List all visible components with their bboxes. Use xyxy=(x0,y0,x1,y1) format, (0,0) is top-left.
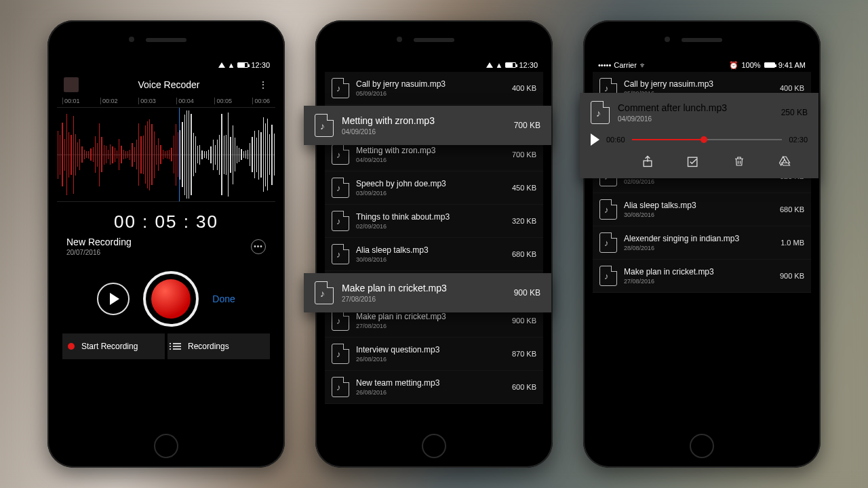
file-date: 26/08/2016 xyxy=(356,356,505,363)
player-file-size: 250 KB xyxy=(781,108,808,117)
file-size: 900 KB xyxy=(512,317,536,325)
file-row[interactable]: New team metting.mp326/08/2016600 KB xyxy=(325,371,543,404)
file-row[interactable]: Speech by john doe.mp303/09/2016450 KB xyxy=(325,171,543,205)
file-name: Make plan in cricket.mp3 xyxy=(356,312,505,321)
record-dot-icon xyxy=(68,343,75,350)
app-title: Voice Recoder xyxy=(138,79,199,90)
file-size: 700 KB xyxy=(514,121,540,130)
battery-icon xyxy=(237,62,248,68)
file-date: 03/09/2016 xyxy=(356,190,505,197)
play-icon xyxy=(110,293,119,305)
recording-date: 20/07/2016 xyxy=(66,249,132,256)
recording-name: New Recording xyxy=(66,237,132,247)
carrier-label: Carrier xyxy=(614,61,637,69)
file-date: 27/08/2016 xyxy=(342,296,506,303)
recordings-button[interactable]: Recordings xyxy=(167,333,270,359)
file-date: 30/08/2016 xyxy=(624,211,773,218)
music-file-icon xyxy=(591,101,610,124)
player-duration: 02:30 xyxy=(789,136,808,144)
battery-pct: 100% xyxy=(742,61,761,69)
file-name: Things to think about.mp3 xyxy=(356,212,505,222)
file-name: Alia sleep talks.mp3 xyxy=(624,201,773,210)
file-date: 02/09/2016 xyxy=(356,223,505,230)
file-size: 900 KB xyxy=(780,272,804,280)
file-size: 600 KB xyxy=(512,383,536,391)
file-name: Call by jerry nasuim.mp3 xyxy=(624,79,773,89)
record-icon xyxy=(151,279,191,319)
share-icon[interactable] xyxy=(640,154,655,169)
music-file-icon xyxy=(332,211,349,231)
battery-icon xyxy=(505,62,516,68)
file-date: 04/09/2016 xyxy=(342,128,506,136)
file-name: Alia sleep talks.mp3 xyxy=(356,245,505,255)
file-date: 05/09/2016 xyxy=(356,90,505,97)
clock: 12:30 xyxy=(251,61,270,69)
player-position: 00:60 xyxy=(606,136,625,144)
file-row[interactable]: Things to think about.mp302/09/2016320 K… xyxy=(325,205,543,238)
file-row[interactable]: Call by jerry nasuim.mp305/09/2016400 KB xyxy=(325,72,543,105)
music-file-icon xyxy=(332,244,349,264)
list-icon xyxy=(173,343,181,350)
music-file-icon xyxy=(599,199,617,220)
wifi-icon: ▲ xyxy=(496,61,503,69)
seek-bar[interactable] xyxy=(632,139,783,140)
drive-icon[interactable] xyxy=(777,154,792,169)
carrier-dots-icon: ••••• xyxy=(598,61,611,69)
alarm-icon: ⏰ xyxy=(729,61,738,70)
file-date: 02/09/2016 xyxy=(624,178,773,185)
playhead[interactable] xyxy=(179,108,180,202)
file-name: Call by jerry nasuim.mp3 xyxy=(356,79,505,89)
record-button[interactable] xyxy=(143,271,199,327)
file-name: Alexender singing in indian.mp3 xyxy=(624,234,774,243)
file-size: 450 KB xyxy=(512,184,536,192)
clock: 9:41 AM xyxy=(778,61,806,69)
clock: 12:30 xyxy=(519,61,538,69)
file-size: 400 KB xyxy=(780,84,804,92)
file-size: 680 KB xyxy=(512,250,536,258)
file-row[interactable]: Alia sleep talks.mp330/08/2016680 KB xyxy=(593,193,811,226)
trash-icon[interactable] xyxy=(732,154,747,169)
file-name: New team metting.mp3 xyxy=(356,378,505,388)
seek-knob[interactable] xyxy=(701,136,707,143)
file-name: Interview question.mp3 xyxy=(356,345,505,354)
music-file-icon xyxy=(332,78,349,98)
music-file-icon xyxy=(599,232,617,253)
file-size: 900 KB xyxy=(514,288,540,298)
player-file-date: 04/09/2016 xyxy=(618,115,773,123)
player-file-name: Comment after lunch.mp3 xyxy=(618,102,773,113)
file-size: 320 KB xyxy=(512,217,536,225)
waveform[interactable] xyxy=(57,107,275,202)
file-row[interactable]: Alexender singing in indian.mp328/08/201… xyxy=(593,226,811,260)
music-file-icon xyxy=(332,344,349,364)
more-options-icon[interactable]: ••• xyxy=(251,239,266,254)
file-row[interactable]: Interview question.mp326/08/2016870 KB xyxy=(325,338,543,371)
time-ruler: 00:0100:0200:0300:0400:0500:06 xyxy=(57,96,275,104)
file-row-highlight[interactable]: Metting with zron.mp3 04/09/2016 700 KB xyxy=(304,106,551,145)
wifi-icon: ▲ xyxy=(228,61,235,69)
file-date: 04/09/2016 xyxy=(356,157,505,163)
start-recording-button[interactable]: Start Recording xyxy=(62,333,165,359)
file-name: Metting with zron.mp3 xyxy=(356,146,505,155)
wifi-icon: ᯤ xyxy=(639,61,647,69)
play-icon[interactable] xyxy=(591,134,599,146)
play-button[interactable] xyxy=(97,283,130,315)
status-bar: ▲ 12:30 xyxy=(325,58,543,72)
start-recording-label: Start Recording xyxy=(81,342,138,351)
timer-display: 00 : 05 : 30 xyxy=(57,211,275,232)
check-icon[interactable] xyxy=(686,154,701,169)
file-date: 28/08/2016 xyxy=(624,245,774,251)
music-file-icon xyxy=(315,114,334,137)
app-thumbnail[interactable] xyxy=(64,77,79,92)
music-file-icon xyxy=(332,377,349,397)
file-size: 700 KB xyxy=(512,150,536,159)
recordings-label: Recordings xyxy=(188,342,229,351)
file-size: 400 KB xyxy=(512,84,536,92)
file-row[interactable]: Alia sleep talks.mp330/08/2016680 KB xyxy=(325,238,543,271)
done-button[interactable]: Done xyxy=(212,293,235,304)
file-date: 30/08/2016 xyxy=(356,256,505,263)
file-row[interactable]: Make plan in cricket.mp327/08/2016900 KB xyxy=(593,260,811,293)
file-row-highlight[interactable]: Make plan in cricket.mp3 27/08/2016 900 … xyxy=(304,273,551,312)
signal-icon xyxy=(486,62,493,68)
overflow-menu-icon[interactable]: ⋮ xyxy=(259,80,269,89)
file-size: 680 KB xyxy=(780,205,804,214)
